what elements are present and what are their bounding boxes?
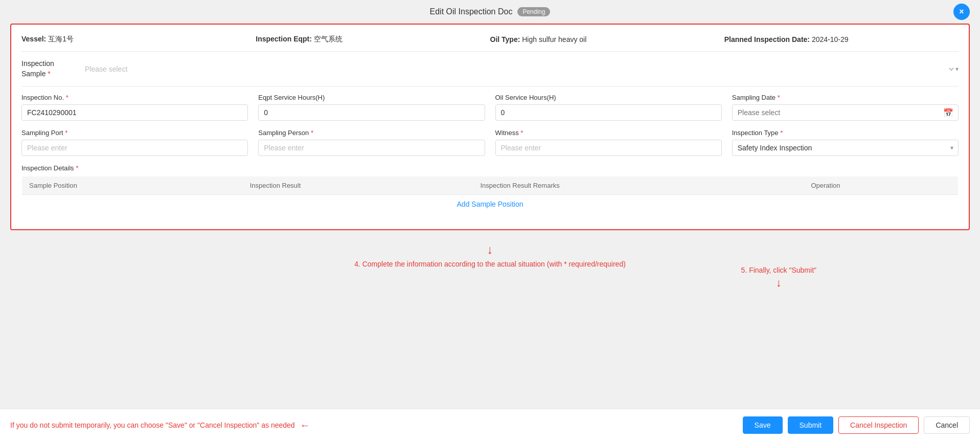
footer-hint-text: If you do not submit temporarily, you ca…: [10, 421, 295, 429]
inspection-details-label: Inspection Details *: [21, 164, 959, 172]
sampling-person-input[interactable]: [258, 140, 485, 156]
cancel-inspection-button[interactable]: Cancel Inspection: [838, 416, 919, 434]
sampling-port-label: Sampling Port *: [21, 129, 248, 137]
inspection-type-label: Inspection Type *: [732, 129, 959, 137]
inspection-sample-row: InspectionSample * Please select ▾: [21, 51, 959, 86]
page-footer: If you do not submit temporarily, you ca…: [0, 409, 980, 441]
page-container: Edit Oil Inspection Doc Pending × Vessel…: [0, 0, 980, 441]
form-card: Vessel: 互海1号 Inspection Eqpt: 空气系统 Oil T…: [10, 24, 970, 230]
vessel-label: Vessel:: [21, 35, 46, 43]
sampling-person-group: Sampling Person *: [258, 129, 485, 156]
footer-buttons: Save Submit Cancel Inspection Cancel: [743, 416, 970, 434]
sampling-person-label: Sampling Person *: [258, 129, 485, 137]
table-header: Sample Position Inspection Result Inspec…: [22, 177, 959, 195]
eqpt-service-hours-label: Eqpt Service Hours(H): [258, 94, 485, 101]
eqpt-service-hours-input[interactable]: [258, 104, 485, 121]
inspection-details-table: Sample Position Inspection Result Inspec…: [21, 176, 959, 214]
sampling-date-label: Sampling Date *: [732, 94, 959, 101]
eqpt-service-hours-group: Eqpt Service Hours(H): [258, 94, 485, 121]
annotation-arrow-1: ↓: [487, 242, 493, 257]
required-asterisk: *: [48, 70, 50, 78]
inspection-details-section: Inspection Details * Sample Position Ins…: [21, 164, 959, 214]
inspection-type-select[interactable]: Safety Index Inspection: [732, 140, 959, 156]
vessel-info-item: Vessel: 互海1号: [21, 35, 256, 44]
title-text: Edit Oil Inspection Doc: [430, 7, 513, 16]
col-operation: Operation: [804, 177, 958, 195]
inspection-type-wrapper: Safety Index Inspection ▾: [732, 140, 959, 156]
annotation-text-1: 4. Complete the information according to…: [354, 260, 626, 268]
page-title: Edit Oil Inspection Doc Pending: [430, 7, 551, 16]
planned-date-info-item: Planned Inspection Date: 2024-10-29: [724, 35, 959, 43]
close-icon: ×: [959, 7, 964, 16]
sampling-date-wrapper: 📅: [732, 104, 959, 121]
footer-arrow-icon: ←: [300, 420, 310, 431]
form-grid: Inspection No. * Eqpt Service Hours(H) O…: [21, 94, 959, 156]
witness-label: Witness *: [495, 129, 722, 137]
eqpt-value: 空气系统: [314, 35, 343, 43]
col-inspection-result: Inspection Result: [243, 177, 473, 195]
sampling-port-group: Sampling Port *: [21, 129, 248, 156]
save-button[interactable]: Save: [743, 416, 783, 434]
chevron-down-icon: ▾: [955, 65, 959, 73]
oil-type-value: High sulfur heavy oil: [522, 35, 586, 43]
footer-hint: If you do not submit temporarily, you ca…: [10, 420, 310, 431]
table-body: Add Sample Position: [22, 195, 959, 214]
table-header-row: Sample Position Inspection Result Inspec…: [22, 177, 959, 195]
inspection-sample-label: InspectionSample *: [21, 59, 83, 79]
inspection-no-label: Inspection No. *: [21, 94, 248, 101]
inspection-no-group: Inspection No. *: [21, 94, 248, 121]
close-button[interactable]: ×: [953, 4, 970, 20]
eqpt-label: Inspection Eqpt:: [256, 35, 312, 43]
sampling-date-input[interactable]: [732, 104, 959, 121]
add-sample-position-button[interactable]: Add Sample Position: [457, 200, 523, 208]
oil-type-info-item: Oil Type: High sulfur heavy oil: [490, 35, 724, 43]
oil-service-hours-label: Oil Service Hours(H): [495, 94, 722, 101]
inspection-sample-select[interactable]: Please select: [83, 64, 955, 74]
vessel-info-row: Vessel: 互海1号 Inspection Eqpt: 空气系统 Oil T…: [21, 35, 959, 44]
status-badge: Pending: [517, 7, 550, 16]
submit-button[interactable]: Submit: [788, 416, 834, 434]
annotation-section: ↓ 4. Complete the information according …: [0, 235, 980, 319]
planned-date-label: Planned Inspection Date:: [724, 35, 810, 43]
vessel-value: 互海1号: [48, 35, 74, 43]
col-inspection-remarks: Inspection Result Remarks: [473, 177, 804, 195]
oil-service-hours-group: Oil Service Hours(H): [495, 94, 722, 121]
annotation-arrow-2: ↓: [776, 276, 782, 290]
add-position-cell: Add Sample Position: [22, 195, 959, 214]
witness-group: Witness *: [495, 129, 722, 156]
oil-type-label: Oil Type:: [490, 35, 520, 43]
col-sample-position: Sample Position: [22, 177, 243, 195]
oil-service-hours-input[interactable]: [495, 104, 722, 121]
planned-date-value: 2024-10-29: [812, 35, 849, 43]
page-header: Edit Oil Inspection Doc Pending ×: [0, 0, 980, 24]
witness-input[interactable]: [495, 140, 722, 156]
add-position-row: Add Sample Position: [22, 195, 959, 214]
annotation-text-2: 5. Finally, click "Submit": [741, 266, 816, 274]
sampling-date-group: Sampling Date * 📅: [732, 94, 959, 121]
inspection-no-input[interactable]: [21, 104, 248, 121]
sampling-port-input[interactable]: [21, 140, 248, 156]
calendar-icon: 📅: [943, 108, 953, 118]
inspection-type-group: Inspection Type * Safety Index Inspectio…: [732, 129, 959, 156]
eqpt-info-item: Inspection Eqpt: 空气系统: [256, 35, 490, 44]
cancel-button[interactable]: Cancel: [924, 416, 970, 434]
